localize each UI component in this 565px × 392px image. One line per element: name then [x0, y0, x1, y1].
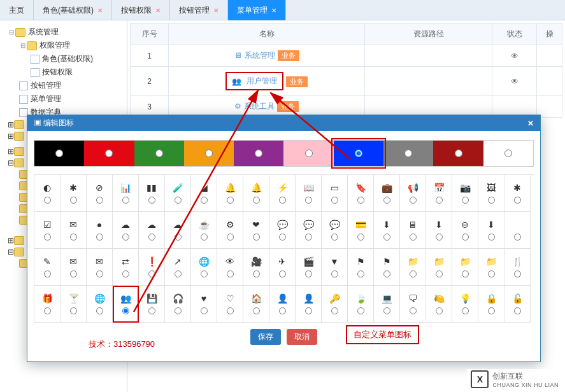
icon-option[interactable]: ✱: [61, 175, 87, 212]
icon-option[interactable]: 👤: [296, 286, 322, 323]
color-swatch[interactable]: [84, 141, 134, 166]
icon-option[interactable]: 🍸: [61, 286, 87, 323]
icon-option[interactable]: 💼: [374, 175, 400, 212]
icon-option[interactable]: 🖥: [400, 212, 426, 249]
icon-option[interactable]: 🔔: [243, 175, 269, 212]
eye-icon[interactable]: 👁: [511, 77, 519, 86]
icon-option[interactable]: 🎧: [165, 286, 191, 323]
icon-option[interactable]: 💡: [452, 286, 478, 323]
icon-option[interactable]: ▮▮: [139, 175, 165, 212]
tab-menu-mgmt[interactable]: 菜单管理✕: [228, 0, 286, 20]
icon-option[interactable]: ↗: [165, 249, 191, 286]
icon-option[interactable]: ☁: [139, 212, 165, 249]
tree-node-menu-mgmt[interactable]: 菜单管理: [3, 92, 124, 106]
icon-option[interactable]: 🎥: [243, 249, 269, 286]
color-swatch[interactable]: [283, 141, 333, 166]
icon-option[interactable]: ⊘: [87, 175, 113, 212]
icon-option[interactable]: ✉: [61, 212, 87, 249]
icon-option[interactable]: ⚙: [217, 212, 243, 249]
icon-option[interactable]: ⊖: [452, 212, 478, 249]
icon-option[interactable]: ◢: [191, 175, 217, 212]
icon-option[interactable]: 🔓: [504, 286, 531, 323]
color-swatch[interactable]: [383, 141, 433, 166]
icon-option[interactable]: ⚡: [269, 175, 296, 212]
icon-option[interactable]: ❤: [243, 212, 269, 249]
icon-option[interactable]: ⬇: [426, 212, 452, 249]
icon-option[interactable]: ❗: [139, 249, 165, 286]
icon-option[interactable]: 📢: [400, 175, 426, 212]
icon-option[interactable]: 👤: [269, 286, 296, 323]
close-icon[interactable]: ✕: [527, 119, 534, 128]
tree-node-btn-perm[interactable]: 按钮权限: [3, 66, 124, 79]
color-swatch[interactable]: [433, 141, 483, 166]
color-swatch[interactable]: [34, 141, 84, 166]
icon-option[interactable]: 🔔: [217, 175, 243, 212]
icon-option[interactable]: 📁: [452, 249, 478, 286]
tab-btn-mgmt[interactable]: 按钮管理✕: [170, 0, 228, 20]
tree-node-system[interactable]: ⊟系统管理: [3, 25, 124, 39]
icon-option[interactable]: 👥: [113, 286, 139, 323]
icon-option[interactable]: ✎: [34, 249, 61, 286]
icon-option[interactable]: 💻: [374, 286, 400, 323]
color-swatch[interactable]: [134, 141, 184, 166]
icon-option[interactable]: 🍃: [348, 286, 374, 323]
icon-option[interactable]: ☕: [191, 212, 217, 249]
table-row[interactable]: 2 👥用户管理业务 👁: [131, 67, 562, 96]
icon-option[interactable]: 🍴: [504, 249, 531, 286]
icon-option[interactable]: ✱: [504, 175, 531, 212]
icon-option[interactable]: ☁: [113, 212, 139, 249]
icon-option[interactable]: 🗨: [400, 286, 426, 323]
icon-option[interactable]: 📖: [296, 175, 322, 212]
icon-option[interactable]: 📁: [478, 249, 504, 286]
color-swatch[interactable]: [234, 141, 283, 166]
icon-option[interactable]: 📷: [452, 175, 478, 212]
icon-option[interactable]: 💬: [269, 212, 296, 249]
icon-option[interactable]: 💳: [348, 212, 374, 249]
table-row[interactable]: 1 🖥系统管理业务 👁: [131, 45, 562, 67]
icon-option[interactable]: 📁: [400, 249, 426, 286]
icon-option[interactable]: 🌐: [191, 249, 217, 286]
icon-option[interactable]: [504, 212, 531, 249]
icon-option[interactable]: ✈: [269, 249, 296, 286]
icon-option[interactable]: 🎁: [34, 286, 61, 323]
icon-option[interactable]: ⚑: [374, 249, 400, 286]
tree-node-btn-mgmt[interactable]: 按钮管理: [3, 79, 124, 92]
icon-option[interactable]: 💾: [139, 286, 165, 323]
icon-option[interactable]: ▼: [322, 249, 348, 286]
icon-option[interactable]: 🔖: [348, 175, 374, 212]
icon-option[interactable]: 🖼: [478, 175, 504, 212]
color-swatch[interactable]: [184, 141, 234, 166]
tree-node-perm[interactable]: ⊟权限管理: [3, 39, 124, 52]
icon-option[interactable]: ▭: [322, 175, 348, 212]
icon-option[interactable]: 🌐: [87, 286, 113, 323]
icon-option[interactable]: 📅: [426, 175, 452, 212]
icon-option[interactable]: 👁: [217, 249, 243, 286]
tab-home[interactable]: 主页: [0, 0, 34, 20]
icon-option[interactable]: 🔒: [478, 286, 504, 323]
icon-option[interactable]: 📁: [426, 249, 452, 286]
tab-btn-perm[interactable]: 按钮权限✕: [112, 0, 170, 20]
icon-option[interactable]: ✉: [87, 249, 113, 286]
icon-option[interactable]: ♥: [191, 286, 217, 323]
tab-role[interactable]: 角色(基础权限)✕: [34, 0, 112, 20]
tree-node-role[interactable]: 角色(基础权限): [3, 52, 124, 66]
icon-option[interactable]: ✉: [61, 249, 87, 286]
icon-option[interactable]: 💬: [296, 212, 322, 249]
cancel-button[interactable]: 取消: [287, 329, 317, 345]
icon-option[interactable]: 🧪: [165, 175, 191, 212]
color-swatch[interactable]: [334, 141, 383, 166]
icon-option[interactable]: ⇄: [113, 249, 139, 286]
icon-option[interactable]: ◐: [34, 175, 61, 212]
icon-option[interactable]: ⬇: [478, 212, 504, 249]
icon-option[interactable]: 💬: [322, 212, 348, 249]
close-icon[interactable]: ✕: [271, 7, 276, 14]
close-icon[interactable]: ✕: [213, 7, 218, 14]
icon-option[interactable]: 🍋: [426, 286, 452, 323]
icon-option[interactable]: 🎬: [296, 249, 322, 286]
icon-option[interactable]: 🔑: [322, 286, 348, 323]
icon-option[interactable]: 📊: [113, 175, 139, 212]
icon-option[interactable]: ☑: [34, 212, 61, 249]
icon-option[interactable]: ☁: [165, 212, 191, 249]
eye-icon[interactable]: 👁: [511, 52, 519, 60]
icon-option[interactable]: ⬇: [374, 212, 400, 249]
